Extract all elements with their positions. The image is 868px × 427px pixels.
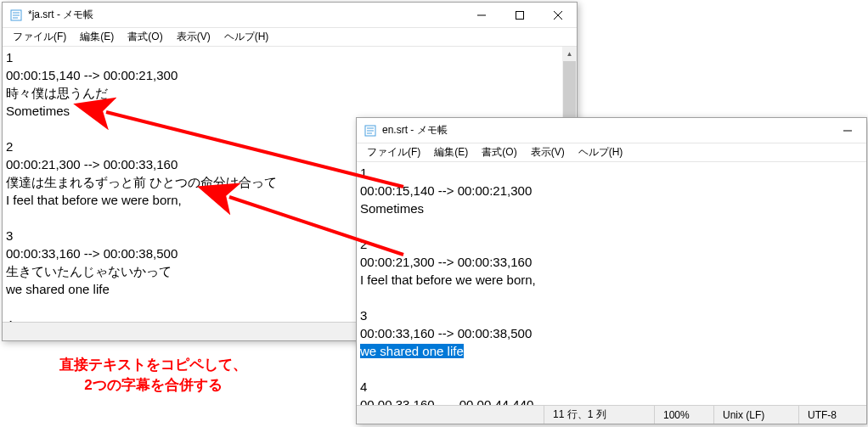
scroll-up-icon[interactable]: ▲	[562, 47, 577, 61]
close-button[interactable]	[538, 3, 577, 27]
minimize-button[interactable]	[462, 3, 500, 27]
menu-file[interactable]: ファイル(F)	[360, 143, 427, 161]
notepad-icon	[364, 124, 377, 138]
notepad-icon	[9, 8, 23, 22]
notepad-window-en: en.srt - メモ帳 ファイル(F) 編集(E) 書式(O) 表示(V) ヘ…	[356, 117, 867, 424]
statusbar: 11 行、1 列 100% Unix (LF) UTF-8	[357, 405, 866, 424]
titlebar[interactable]: *ja.srt - メモ帳	[3, 3, 577, 28]
menu-edit[interactable]: 編集(E)	[73, 28, 121, 46]
menubar: ファイル(F) 編集(E) 書式(O) 表示(V) ヘルプ(H)	[357, 143, 866, 162]
editor-text[interactable]: 100:00:15,140 --> 00:00:21,300Sometimes2…	[357, 162, 866, 405]
menu-view[interactable]: 表示(V)	[524, 143, 572, 161]
status-encoding: UTF-8	[798, 406, 866, 424]
svg-rect-5	[516, 11, 523, 19]
menu-view[interactable]: 表示(V)	[170, 28, 217, 46]
status-zoom: 100%	[654, 406, 713, 424]
menu-format[interactable]: 書式(O)	[121, 28, 169, 46]
menu-format[interactable]: 書式(O)	[475, 143, 523, 161]
annotation-line1: 直接テキストをコピペして、	[59, 355, 247, 375]
status-position: 11 行、1 列	[544, 406, 654, 424]
maximize-button[interactable]	[500, 3, 538, 27]
menu-help[interactable]: ヘルプ(H)	[217, 28, 276, 46]
annotation-text: 直接テキストをコピペして、 2つの字幕を合併する	[59, 355, 247, 396]
menu-file[interactable]: ファイル(F)	[6, 28, 73, 46]
menubar: ファイル(F) 編集(E) 書式(O) 表示(V) ヘルプ(H)	[3, 28, 577, 47]
status-eol: Unix (LF)	[713, 406, 798, 424]
window-controls	[462, 3, 577, 27]
selected-text: we shared one life	[360, 344, 464, 358]
minimize-button[interactable]	[828, 118, 866, 143]
window-title: *ja.srt - メモ帳	[28, 8, 462, 22]
titlebar[interactable]: en.srt - メモ帳	[357, 118, 866, 143]
window-controls	[828, 118, 866, 143]
menu-help[interactable]: ヘルプ(H)	[572, 143, 630, 161]
window-title: en.srt - メモ帳	[382, 123, 828, 138]
editor-area[interactable]: 100:00:15,140 --> 00:00:21,300Sometimes2…	[357, 162, 866, 405]
annotation-line2: 2つの字幕を合併する	[59, 375, 247, 396]
menu-edit[interactable]: 編集(E)	[427, 143, 475, 161]
